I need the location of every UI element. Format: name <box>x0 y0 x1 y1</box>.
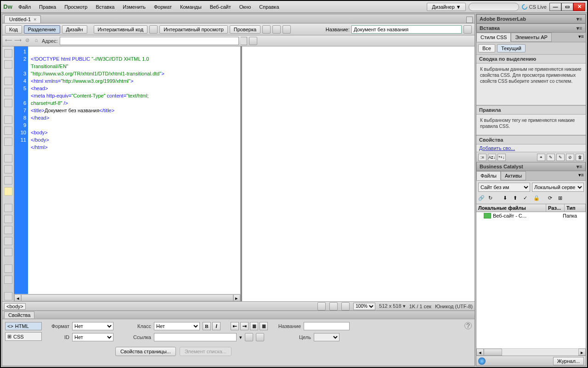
journal-button[interactable]: Журнал... <box>553 357 584 365</box>
tool-icon[interactable] <box>4 154 12 162</box>
css-current-button[interactable]: Текущий <box>497 44 526 52</box>
tag-selector[interactable]: <body> <box>4 303 26 310</box>
tool-icon[interactable] <box>4 126 12 135</box>
scroll-thumb[interactable] <box>21 294 233 301</box>
minimize-button[interactable]: — <box>549 3 561 11</box>
close-tab-icon[interactable]: × <box>34 17 36 22</box>
outdent-button[interactable]: ⇤ <box>231 322 239 330</box>
ap-elements-tab[interactable]: Элементы AP <box>511 33 552 42</box>
dimensions-label[interactable]: 512 x 518 ▾ <box>379 303 405 309</box>
tool-icon[interactable] <box>4 60 12 69</box>
get-icon[interactable]: ⬇ <box>503 195 510 202</box>
tool-icon[interactable] <box>4 99 12 107</box>
tool-icon[interactable] <box>4 226 12 234</box>
back-icon[interactable]: ⟵ <box>5 37 12 45</box>
menu-file[interactable]: Файл <box>15 3 34 11</box>
properties-header[interactable]: Свойства <box>2 311 475 319</box>
css-styles-tab[interactable]: Стили CSS <box>476 33 511 42</box>
home-icon[interactable]: ⌂ <box>33 37 40 45</box>
col-size[interactable]: Раз... <box>546 204 565 212</box>
browse-icon[interactable] <box>256 333 264 341</box>
ol-button[interactable]: ≣ <box>260 322 268 330</box>
insert-panel-header[interactable]: Вставка▾≡ <box>476 23 586 33</box>
title-input[interactable] <box>351 25 462 34</box>
scroll-right-icon[interactable]: ▸ <box>233 294 240 301</box>
panel-menu-icon[interactable]: ▾≡ <box>576 16 582 22</box>
panel-menu-icon[interactable]: ▾≡ <box>577 171 586 180</box>
expand-icon[interactable] <box>466 17 473 23</box>
tool-icon[interactable] <box>4 276 12 284</box>
page-properties-button[interactable]: Свойства страницы... <box>115 347 176 356</box>
name-input[interactable] <box>304 322 350 330</box>
id-select[interactable]: Нет <box>72 333 113 341</box>
files-tab[interactable]: Файлы <box>476 171 501 180</box>
tool-icon[interactable] <box>4 49 12 58</box>
inspect-button[interactable]: Проверка <box>230 25 260 34</box>
list-icon[interactable] <box>249 37 257 45</box>
set-view-icon[interactable]: *+↓ <box>498 154 506 161</box>
help-icon[interactable]: ? <box>464 322 472 329</box>
zoom-tool-icon[interactable] <box>341 302 350 310</box>
menu-help[interactable]: Справка <box>255 3 283 11</box>
design-view-button[interactable]: Дизайн <box>62 25 87 34</box>
tool-icon[interactable] <box>4 248 12 256</box>
forward-icon[interactable]: ⟶ <box>14 37 22 45</box>
encoding-label[interactable]: Юникод (UTF-8) <box>435 304 473 309</box>
toolbar-icon[interactable] <box>149 25 158 34</box>
panel-menu-icon[interactable]: ▾≡ <box>576 25 582 31</box>
code-view-button[interactable]: Код <box>5 25 22 34</box>
list-view-icon[interactable]: Aᴢ↓ <box>488 154 496 161</box>
tool-icon[interactable] <box>4 176 12 184</box>
files-hscroll[interactable]: ◂ ▸ <box>476 348 586 356</box>
checkout-icon[interactable]: ✓ <box>523 195 531 202</box>
zoom-select[interactable]: 100% <box>353 303 375 310</box>
col-local[interactable]: Локальные файлы <box>476 204 546 212</box>
document-tab[interactable]: Untitled-1 × <box>4 15 41 23</box>
live-code-button[interactable]: Интерактивный код <box>94 25 148 34</box>
point-to-file-icon[interactable] <box>245 333 253 341</box>
sync-icon[interactable]: ⟳ <box>548 195 555 202</box>
menu-window[interactable]: Окно <box>236 3 255 11</box>
css-all-button[interactable]: Все <box>478 44 495 52</box>
panel-menu-icon[interactable]: ▾≡ <box>577 33 586 42</box>
tool-icon[interactable] <box>4 264 12 273</box>
hand-tool-icon[interactable] <box>329 302 338 310</box>
live-view-button[interactable]: Интерактивный просмотр <box>159 25 228 34</box>
panel-menu-icon[interactable]: ▾≡ <box>576 164 582 170</box>
edit-rule-icon[interactable]: ✎ <box>556 154 565 161</box>
close-button[interactable]: ✕ <box>573 3 585 11</box>
file-row[interactable]: Веб-сайт - С... Папка <box>476 212 586 219</box>
refresh-icon[interactable] <box>272 25 281 34</box>
workspace-switcher[interactable]: Дизайнер ▼ <box>427 3 466 11</box>
refresh-icon[interactable]: ↻ <box>488 195 496 202</box>
tool-icon[interactable] <box>4 115 12 124</box>
files-list[interactable]: Веб-сайт - С... Папка <box>476 212 586 348</box>
code-editor[interactable]: 12 34 5 6 78 910 11 <!DOCTYPE html PUBLI… <box>14 46 240 294</box>
expand-icon[interactable]: ⊞ <box>558 195 565 202</box>
format-select[interactable]: Нет <box>72 322 113 330</box>
split-view-button[interactable]: Разделение <box>24 25 60 34</box>
attach-icon[interactable]: ⚭ <box>537 154 545 161</box>
scroll-right-icon[interactable]: ▸ <box>578 349 586 356</box>
bc-panel-header[interactable]: Business Catalyst▾≡ <box>476 162 586 171</box>
view-select[interactable]: Локальный серве <box>532 183 584 192</box>
assets-tab[interactable]: Активы <box>501 171 526 180</box>
code-hscroll[interactable]: ◂ ▸ <box>14 294 240 301</box>
bold-button[interactable]: B <box>203 322 211 330</box>
menu-edit[interactable]: Правка <box>35 3 60 11</box>
menu-insert[interactable]: Вставка <box>92 3 118 11</box>
css-mode-button[interactable]: ⊞ CSS <box>5 332 42 341</box>
menu-modify[interactable]: Изменить <box>119 3 149 11</box>
link-input[interactable] <box>154 333 237 341</box>
select-tool-icon[interactable] <box>317 302 326 310</box>
tool-icon[interactable] <box>4 88 12 96</box>
reload-icon[interactable] <box>283 25 291 34</box>
menu-site[interactable]: Веб-сайт <box>206 3 235 11</box>
globe-icon[interactable] <box>478 357 486 365</box>
scroll-left-icon[interactable]: ◂ <box>476 349 484 356</box>
new-rule-icon[interactable]: ✎ <box>547 154 555 161</box>
tool-icon[interactable] <box>4 292 12 300</box>
tool-icon[interactable] <box>4 187 12 196</box>
search-input[interactable] <box>469 3 519 11</box>
tool-icon[interactable] <box>4 237 12 245</box>
